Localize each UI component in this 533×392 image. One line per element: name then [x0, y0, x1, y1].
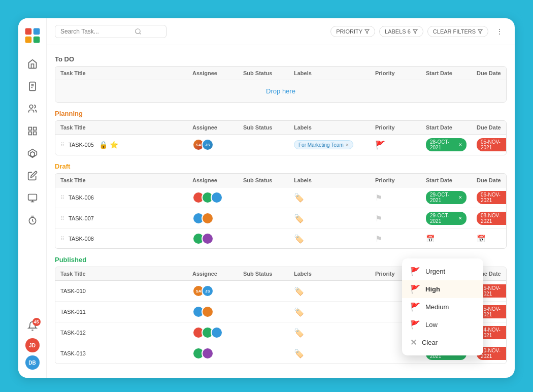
th-substatus-d: Sub Status — [238, 174, 289, 187]
section-draft-header: Draft — [55, 162, 507, 170]
substatus-cell — [238, 215, 289, 222]
drag-handle[interactable]: ⠿ — [60, 215, 64, 222]
label-icon[interactable]: 🏷️ — [294, 349, 304, 358]
task-title-cell: TASK-010 — [55, 284, 187, 298]
sidebar-item-edit[interactable] — [23, 167, 42, 185]
startdate-cell: 29-OCT-2021 ✕ — [421, 208, 472, 228]
search-input[interactable] — [60, 28, 131, 35]
duedate-cell: 06-NOV-2021 ✕ — [472, 187, 507, 208]
notification-badge: 45 — [32, 318, 41, 326]
priority-cell[interactable]: ⚑ — [370, 189, 421, 206]
task-emoji-star: ⭐ — [110, 141, 118, 149]
due-date-badge: 06-NOV-2021 ✕ — [477, 191, 507, 204]
table-row: ⠿ TASK-005 🔒 ⭐ SA JS — [55, 135, 506, 155]
th-assignee: Assignee — [187, 67, 238, 80]
th-substatus: Sub Status — [238, 67, 289, 80]
svg-point-19 — [136, 29, 140, 34]
sidebar-item-grid[interactable] — [23, 122, 42, 140]
planning-table-header: Task Title Assignee Sub Status Labels Pr… — [55, 121, 506, 135]
app-logo[interactable] — [23, 26, 42, 45]
filter-icon — [364, 29, 370, 34]
th-task-title: Task Title — [55, 67, 187, 80]
priority-option-medium[interactable]: 🚩 Medium — [402, 298, 483, 316]
th-labels: Labels — [289, 67, 370, 80]
drag-handle[interactable]: ⠿ — [60, 236, 64, 242]
labels-cell: 🏷️ — [289, 231, 370, 247]
label-icon[interactable]: 🏷️ — [294, 234, 304, 244]
labels-cell: 🏷️ — [289, 324, 370, 341]
sidebar-item-notifications[interactable]: 45 — [23, 317, 42, 335]
sidebar-item-timer[interactable] — [23, 211, 42, 230]
th-priority: Priority — [370, 67, 421, 80]
svg-rect-12 — [33, 132, 36, 135]
substatus-cell — [238, 329, 289, 336]
sidebar-item-people[interactable] — [23, 100, 42, 118]
th-labels-d: Labels — [289, 174, 370, 187]
substatus-cell — [238, 287, 289, 295]
priority-flag: ⚑ — [375, 214, 382, 223]
calendar-icon: 📅 — [426, 235, 435, 243]
priority-option-clear[interactable]: ✕ Clear — [402, 334, 483, 351]
priority-cell[interactable]: 🚩 — [370, 137, 421, 153]
task-emoji-lock: 🔒 — [99, 141, 108, 149]
priority-filter-button[interactable]: PRIORITY — [330, 26, 375, 37]
svg-line-20 — [140, 33, 141, 35]
priority-cell[interactable]: ⚑ — [370, 210, 421, 227]
priority-label-urgent: Urgent — [425, 268, 445, 275]
task-id: TASK-008 — [69, 236, 94, 242]
label-icon[interactable]: 🏷️ — [294, 307, 304, 317]
label-icon[interactable]: 🏷️ — [294, 214, 304, 223]
label-icon[interactable]: 🏷️ — [294, 286, 304, 296]
sidebar-item-home[interactable] — [23, 55, 42, 73]
search-box[interactable] — [55, 25, 166, 38]
priority-option-low[interactable]: 🚩 Low — [402, 316, 483, 334]
label-chip: For Marketing Team × — [294, 140, 353, 149]
svg-point-8 — [29, 105, 33, 109]
sidebar: 45 JD DB — [18, 18, 47, 378]
th-substatus-pub: Sub Status — [238, 267, 289, 280]
high-flag-icon: 🚩 — [410, 284, 420, 294]
assignee-cell: SA JS — [187, 135, 238, 154]
svg-marker-14 — [30, 152, 34, 157]
user-avatar-db[interactable]: DB — [25, 355, 40, 370]
more-options-button[interactable]: ⋮ — [492, 24, 507, 39]
avatar — [202, 212, 214, 224]
avatar — [202, 233, 214, 245]
sidebar-item-components[interactable] — [23, 144, 42, 162]
sidebar-item-tasks[interactable] — [23, 77, 42, 95]
labels-filter-button[interactable]: LABELS 6 — [379, 26, 423, 37]
duedate-cell: 08-NOV-2021 ✕ — [472, 208, 507, 228]
table-row: ⠿ TASK-006 🏷️ — [55, 187, 506, 208]
priority-flag: ⚑ — [375, 234, 382, 244]
avatar-group: SA JS — [192, 285, 214, 297]
task-title-cell: TASK-011 — [55, 305, 187, 318]
svg-rect-15 — [28, 194, 37, 201]
label-icon[interactable]: 🏷️ — [294, 193, 304, 203]
clear-x-icon: ✕ — [410, 338, 417, 347]
priority-cell[interactable]: ⚑ — [370, 231, 421, 247]
clear-filters-button[interactable]: CLEAR FILTERS — [427, 26, 488, 37]
priority-option-urgent[interactable]: 🚩 Urgent — [402, 263, 483, 280]
th-duedate-p: Due Date — [472, 121, 507, 134]
svg-rect-9 — [28, 127, 31, 130]
label-remove-btn[interactable]: × — [346, 142, 349, 148]
avatar-group — [192, 233, 214, 245]
labels-cell: 🏷️ — [289, 304, 370, 320]
assignee-cell — [187, 188, 238, 207]
avatar-group — [192, 212, 214, 224]
label-icon[interactable]: 🏷️ — [294, 328, 304, 338]
drop-zone[interactable]: Drop here — [55, 80, 506, 102]
priority-option-high[interactable]: 🚩 High — [402, 280, 483, 298]
startdate-cell: 28-OCT-2021 ✕ — [421, 135, 472, 155]
due-date-badge: 08-NOV-2021 ✕ — [477, 212, 507, 225]
user-avatar-jd[interactable]: JD — [25, 338, 40, 352]
th-duedate-d: Due Date — [472, 174, 507, 187]
table-row: ⠿ TASK-007 🏷️ — [55, 208, 506, 229]
drag-handle[interactable]: ⠿ — [60, 142, 64, 148]
sidebar-item-widget[interactable] — [23, 189, 42, 207]
priority-label-low: Low — [425, 321, 438, 329]
task-area: To DO Task Title Assignee Sub Status Lab… — [47, 45, 515, 378]
drag-handle[interactable]: ⠿ — [60, 194, 64, 201]
th-labels-pub: Labels — [289, 267, 370, 280]
priority-dropdown: 🚩 Urgent 🚩 High 🚩 Medium 🚩 Low — [402, 258, 483, 355]
